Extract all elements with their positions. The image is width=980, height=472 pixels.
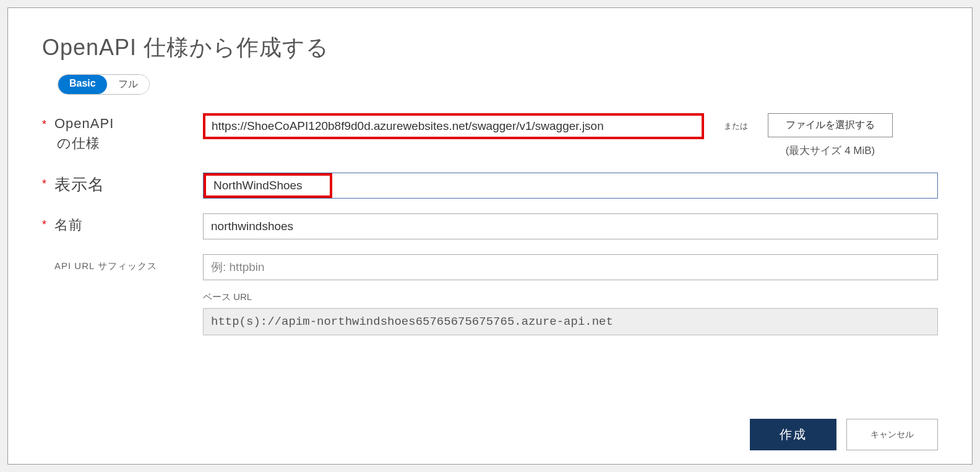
display-name-wrap: [203, 173, 938, 199]
base-url-value: http(s)://apim-northwindshoes65765675675…: [203, 308, 938, 335]
label-name: 名前: [54, 213, 203, 234]
display-name-input[interactable]: [206, 176, 330, 195]
label-base-url: ベース URL: [203, 291, 938, 303]
label-openapi-spec: OpenAPI の仕様: [54, 113, 203, 153]
required-mark: *: [42, 113, 54, 131]
row-api-url-suffix: API URL サフィックス: [42, 254, 938, 280]
cancel-button[interactable]: キャンセル: [846, 419, 938, 450]
row-name: * 名前: [42, 213, 938, 239]
label-api-url-suffix: API URL サフィックス: [54, 254, 203, 272]
required-mark: *: [42, 173, 54, 191]
create-button[interactable]: 作成: [750, 419, 836, 450]
row-openapi-spec: * OpenAPI の仕様 または ファイルを選択する (最大サイズ 4 MiB…: [42, 113, 938, 158]
openapi-spec-input[interactable]: [205, 116, 702, 137]
mode-toggle: Basic フル: [58, 74, 150, 95]
file-size-note: (最大サイズ 4 MiB): [786, 144, 875, 158]
name-input[interactable]: [203, 213, 938, 239]
or-separator: または: [724, 113, 748, 132]
row-display-name: * 表示名: [42, 173, 938, 199]
select-file-button[interactable]: ファイルを選択する: [768, 113, 893, 137]
toggle-full[interactable]: フル: [107, 75, 149, 94]
openapi-spec-highlight: [203, 113, 704, 139]
api-url-suffix-input[interactable]: [203, 254, 938, 280]
dialog-footer: 作成 キャンセル: [750, 419, 938, 450]
base-url-section: ベース URL http(s)://apim-northwindshoes657…: [203, 291, 938, 335]
required-mark: *: [42, 213, 54, 231]
dialog-title: OpenAPI 仕様から作成する: [42, 33, 938, 63]
create-from-openapi-dialog: OpenAPI 仕様から作成する Basic フル * OpenAPI の仕様 …: [7, 7, 973, 465]
label-display-name: 表示名: [54, 173, 203, 195]
toggle-basic[interactable]: Basic: [58, 75, 107, 94]
display-name-highlight: [204, 173, 332, 198]
